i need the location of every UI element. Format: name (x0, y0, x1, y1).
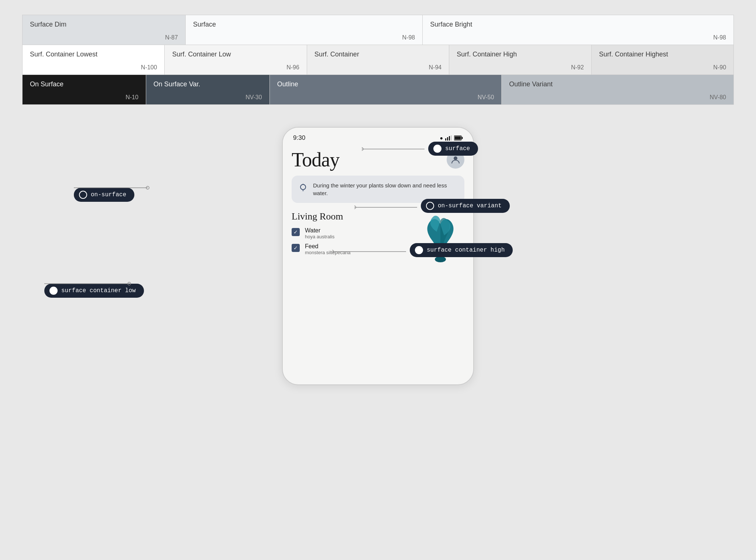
annotation-line-on-surface-variant (354, 204, 425, 211)
task-subtitle-1: hoya australis (305, 234, 334, 239)
svg-rect-2 (449, 136, 450, 141)
palette-cell-container: Surf. Container N-94 (307, 45, 449, 75)
pill-circle-on-surface (79, 191, 87, 199)
palette-section: Surface Dim N-87 Surface N-98 Surface Br… (0, 0, 756, 116)
annotation-label-surface-container-low: surface container low (61, 287, 136, 294)
svg-point-9 (435, 256, 446, 262)
cell-value-high: N-92 (457, 64, 584, 71)
palette-cell-on-surface-var: On Surface Var. NV-30 (146, 75, 270, 104)
palette-cell-high: Surf. Container High N-92 (449, 45, 591, 75)
annotation-label-surface: surface (445, 145, 470, 152)
person-icon (451, 155, 460, 165)
cell-label-surface-dim: Surface Dim (30, 20, 178, 29)
cell-label-highest: Surf. Container Highest (599, 50, 726, 59)
svg-rect-1 (447, 137, 448, 141)
annotation-label-on-surface-variant: on-surface variant (438, 203, 502, 209)
pill-circle-surface (433, 145, 441, 153)
task-title-1: Water (305, 227, 334, 234)
palette-cell-outline: Outline NV-50 (270, 75, 502, 104)
palette-cell-outline-variant: Outline Variant NV-80 (502, 75, 733, 104)
palette-cell-surface: Surface N-98 (186, 15, 423, 45)
svg-point-8 (300, 184, 306, 190)
mockup-section: 9:30 ● (0, 120, 756, 555)
palette-cell-lowest: Surf. Container Lowest N-100 (23, 45, 165, 75)
pill-circle-surface-container-high (415, 246, 423, 254)
cell-value-surface-bright: N-98 (430, 34, 726, 41)
status-time: 9:30 (293, 134, 305, 142)
cell-label-low: Surf. Container Low (172, 50, 299, 59)
signal-bars-icon (445, 135, 452, 141)
cell-label-surface: Surface (193, 20, 415, 29)
check-icon-2: ✓ (293, 245, 298, 251)
task-text-1: Water hoya australis (305, 227, 334, 239)
cell-value-on-surface-var: NV-30 (154, 94, 262, 101)
annotation-line-surface (362, 145, 432, 153)
cell-value-surface-dim: N-87 (30, 34, 178, 41)
pill-circle-on-surface-variant (426, 202, 434, 210)
svg-point-7 (454, 156, 457, 160)
annotation-pill-surface-container-high: surface container high (410, 243, 513, 257)
svg-rect-6 (455, 136, 461, 140)
palette-cell-highest: Surf. Container Highest N-90 (592, 45, 733, 75)
cell-label-container: Surf. Container (315, 50, 441, 59)
palette-cell-surface-bright: Surface Bright N-98 (423, 15, 733, 45)
status-icons: ● (440, 135, 463, 141)
svg-rect-0 (445, 138, 446, 141)
annotation-line-on-surface (74, 184, 155, 191)
cell-label-outline: Outline (277, 80, 494, 89)
cell-value-outline: NV-50 (277, 94, 494, 101)
cell-label-surface-bright: Surface Bright (430, 20, 726, 29)
task-checkbox-1[interactable]: ✓ (292, 228, 300, 236)
palette-cell-surface-dim: Surface Dim N-87 (23, 15, 186, 45)
cell-value-outline-variant: NV-80 (509, 94, 726, 101)
cell-value-lowest: N-100 (30, 64, 157, 71)
annotation-label-surface-container-high: surface container high (427, 247, 505, 253)
annotation-pill-surface: surface (428, 142, 478, 156)
lightbulb-icon (298, 183, 308, 195)
svg-rect-5 (462, 137, 463, 139)
cell-label-high: Surf. Container High (457, 50, 584, 59)
palette-cell-on-surface: On Surface N-10 (23, 75, 146, 104)
cell-label-outline-variant: Outline Variant (509, 80, 726, 89)
annotation-label-on-surface: on-surface (91, 191, 126, 198)
cell-value-on-surface: N-10 (30, 94, 138, 101)
palette-row-3: On Surface N-10 On Surface Var. NV-30 Ou… (22, 75, 734, 105)
annotation-pill-on-surface-variant: on-surface variant (421, 199, 510, 213)
cell-value-surface: N-98 (193, 34, 415, 41)
battery-icon (454, 135, 463, 141)
cell-label-on-surface-var: On Surface Var. (154, 80, 262, 89)
info-card-text: During the winter your plants slow down … (313, 182, 458, 197)
cell-value-highest: N-90 (599, 64, 726, 71)
cell-label-on-surface: On Surface (30, 80, 138, 89)
task-checkbox-2[interactable]: ✓ (292, 244, 300, 252)
cell-value-low: N-96 (172, 64, 299, 71)
palette-row-2: Surf. Container Lowest N-100 Surf. Conta… (22, 45, 734, 75)
annotation-line-surface-container-low (44, 280, 137, 287)
svg-rect-3 (451, 135, 452, 141)
today-title: Today (292, 148, 339, 171)
wifi-icon: ● (440, 135, 443, 141)
cell-label-lowest: Surf. Container Lowest (30, 50, 157, 59)
palette-cell-low: Surf. Container Low N-96 (165, 45, 307, 75)
annotation-line-surface-container-high (332, 248, 413, 255)
cell-value-container: N-94 (315, 64, 441, 71)
palette-row-1: Surface Dim N-87 Surface N-98 Surface Br… (22, 15, 734, 45)
check-icon-1: ✓ (293, 229, 298, 235)
pill-circle-surface-container-low (49, 287, 58, 295)
